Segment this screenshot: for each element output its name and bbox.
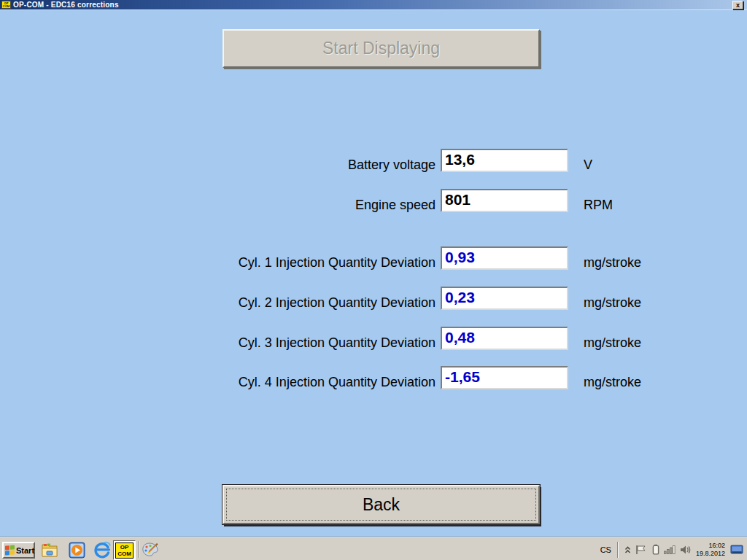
battery-voltage-value: 13,6 xyxy=(445,151,475,168)
flag-icon[interactable] xyxy=(635,545,648,555)
battery-voltage-row: Battery voltage 13,6 V xyxy=(0,149,747,174)
engine-speed-value: 801 xyxy=(445,191,471,208)
internet-explorer-icon[interactable] xyxy=(93,541,112,559)
cyl-1-deviation-field[interactable]: 0,93 xyxy=(441,246,568,270)
battery-voltage-field[interactable]: 13,6 xyxy=(441,149,568,172)
opcom-window: OP COM OP-COM - EDC16 corrections x Star… xyxy=(0,0,747,560)
cyl-3-deviation-value: 0,48 xyxy=(445,329,475,346)
cyl-1-deviation-unit: mg/stroke xyxy=(584,255,641,271)
battery-voltage-label: Battery voltage xyxy=(348,158,436,173)
opcom-icon-line2: COM xyxy=(117,551,131,557)
battery-icon[interactable] xyxy=(652,544,659,555)
start-button-label: Start xyxy=(16,546,34,555)
cyl-4-deviation-value: -1,65 xyxy=(445,368,480,385)
cyl-4-deviation-field[interactable]: -1,65 xyxy=(441,366,568,389)
start-button[interactable]: Start xyxy=(2,542,35,559)
battery-voltage-unit: V xyxy=(584,158,592,173)
speaker-icon[interactable] xyxy=(680,545,691,555)
paint-palette-icon[interactable] xyxy=(141,541,160,559)
opcom-icon-line1: OP xyxy=(120,544,129,551)
start-displaying-button[interactable]: Start Displaying xyxy=(222,29,540,68)
cyl-3-deviation-row: Cyl. 3 Injection Quantity Deviation 0,48… xyxy=(0,327,747,351)
folder-icon[interactable] xyxy=(40,541,59,559)
tray-time: 16:02 xyxy=(708,542,725,549)
engine-speed-field[interactable]: 801 xyxy=(441,189,568,212)
window-title: OP-COM - EDC16 corrections xyxy=(13,1,732,9)
taskbar: Start xyxy=(0,537,747,560)
cyl-3-deviation-label: Cyl. 3 Injection Quantity Deviation xyxy=(239,335,436,351)
media-player-icon[interactable] xyxy=(67,541,86,559)
cyl-1-deviation-label: Cyl. 1 Injection Quantity Deviation xyxy=(239,255,436,271)
signal-strength-icon[interactable] xyxy=(664,545,676,554)
cyl-2-deviation-label: Cyl. 2 Injection Quantity Deviation xyxy=(239,295,436,311)
cyl-2-deviation-row: Cyl. 2 Injection Quantity Deviation 0,23… xyxy=(0,287,747,311)
language-indicator[interactable]: CS xyxy=(595,545,617,554)
engine-speed-label: Engine speed xyxy=(355,198,436,213)
window-titlebar[interactable]: OP COM OP-COM - EDC16 corrections x xyxy=(0,0,747,10)
back-button[interactable]: Back xyxy=(222,485,540,524)
opcom-app-icon[interactable]: OP COM xyxy=(1,1,11,9)
cyl-2-deviation-value: 0,23 xyxy=(445,289,475,306)
cyl-3-deviation-unit: mg/stroke xyxy=(584,335,641,351)
cyl-2-deviation-field[interactable]: 0,23 xyxy=(441,287,568,310)
cyl-2-deviation-unit: mg/stroke xyxy=(584,295,641,311)
windows-logo-icon xyxy=(5,545,15,555)
tray-clock[interactable]: 16:02 19.8.2012 xyxy=(696,542,725,558)
opcom-taskbar-button[interactable]: OP COM xyxy=(113,540,136,560)
cyl-4-deviation-unit: mg/stroke xyxy=(584,375,641,390)
engine-speed-unit: RPM xyxy=(584,198,613,213)
cyl-3-deviation-field[interactable]: 0,48 xyxy=(441,327,568,350)
hidden-icons-chevron[interactable] xyxy=(624,545,631,554)
display-icon[interactable] xyxy=(730,544,743,556)
system-tray: CS xyxy=(595,538,746,560)
cyl-4-deviation-label: Cyl. 4 Injection Quantity Deviation xyxy=(239,375,436,390)
cyl-4-deviation-row: Cyl. 4 Injection Quantity Deviation -1,6… xyxy=(0,366,747,391)
tray-date: 19.8.2012 xyxy=(696,550,725,557)
engine-speed-row: Engine speed 801 RPM xyxy=(0,189,747,214)
quick-launch-divider xyxy=(138,541,139,558)
cyl-1-deviation-value: 0,93 xyxy=(445,249,475,265)
opcom-icon: OP COM xyxy=(115,542,133,559)
opcom-app-icon-line2: COM xyxy=(3,5,9,8)
close-button[interactable]: x xyxy=(732,1,743,9)
tray-divider xyxy=(617,542,619,558)
cyl-1-deviation-row: Cyl. 1 Injection Quantity Deviation 0,93… xyxy=(0,246,747,271)
